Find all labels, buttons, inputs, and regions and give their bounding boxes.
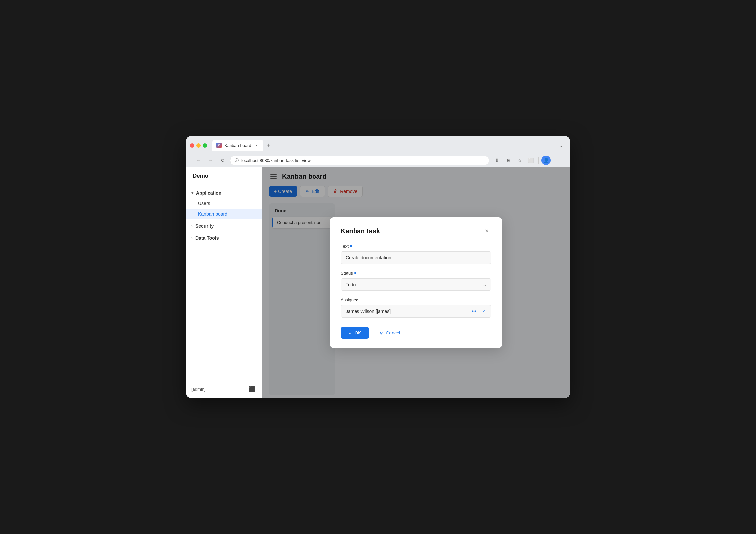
security-section-label: Security	[195, 223, 214, 229]
cancel-circle-icon: ⊘	[380, 330, 384, 335]
text-field-label: Text	[341, 244, 491, 249]
address-bar[interactable]: ⓘ localhost:8080/kanban-task-list-view	[230, 156, 489, 165]
sidebar-item-application[interactable]: ▾ Application	[186, 188, 262, 198]
browser-content: Demo ▾ Application Users Kanban board	[186, 167, 570, 398]
browser-toolbar: ← → ↻ ⓘ localhost:8080/kanban-task-list-…	[190, 154, 566, 167]
modal-title: Kanban task	[341, 227, 380, 235]
browser-chrome: K Kanban board × + ⌄ ← → ↻ ⓘ localhost:8…	[186, 136, 570, 167]
download-icon[interactable]: ⬇	[492, 156, 502, 165]
close-traffic-light[interactable]	[190, 143, 194, 148]
sidebar-footer: [admin] ⬛	[186, 380, 262, 398]
modal-footer: ✓ OK ⊘ Cancel	[341, 327, 491, 339]
sidebar-user-label: [admin]	[191, 387, 206, 392]
cancel-button-label: Cancel	[386, 330, 400, 335]
new-tab-button[interactable]: +	[263, 140, 273, 151]
lock-icon: ⓘ	[235, 158, 239, 163]
application-section-label: Application	[196, 190, 221, 196]
cancel-button[interactable]: ⊘ Cancel	[373, 327, 407, 339]
modal-header: Kanban task ×	[341, 227, 491, 236]
sidebar-item-kanban-board[interactable]: Kanban board	[186, 209, 262, 219]
assignee-field-label: Assignee	[341, 297, 491, 302]
sidebar-item-security[interactable]: › Security	[186, 221, 262, 231]
kanban-task-modal: Kanban task × Text Status	[330, 217, 502, 348]
tab-close-button[interactable]: ×	[254, 143, 259, 148]
toolbar-divider	[538, 157, 539, 164]
main-area: Kanban board + Create ✏ Edit 🗑 Remove Do…	[262, 167, 570, 398]
application-nav-items: Users Kanban board	[186, 198, 262, 219]
logout-button[interactable]: ⬛	[247, 384, 257, 394]
chevron-right-icon: ›	[191, 224, 193, 228]
toolbar-actions: ⬇ ⊕ ☆ ⬜ 👤 ⋮	[492, 156, 562, 165]
nav-section-security: › Security	[186, 221, 262, 231]
ok-check-icon: ✓	[349, 330, 353, 335]
status-required-dot	[354, 272, 356, 274]
tab-dropdown-button[interactable]: ⌄	[557, 141, 566, 149]
status-select[interactable]: Todo In Progress Done	[341, 278, 491, 291]
assignee-field: James Wilson [james] ••• ×	[341, 305, 491, 318]
assignee-actions: ••• ×	[469, 307, 491, 316]
browser-titlebar: K Kanban board × + ⌄	[190, 140, 566, 151]
modal-overlay[interactable]: Kanban task × Text Status	[262, 167, 570, 398]
forward-button[interactable]: →	[206, 156, 215, 165]
browser-window: K Kanban board × + ⌄ ← → ↻ ⓘ localhost:8…	[186, 136, 570, 398]
nav-section-data-tools: › Data Tools	[186, 233, 262, 243]
nav-section-application: ▾ Application Users Kanban board	[186, 188, 262, 219]
ok-button[interactable]: ✓ OK	[341, 327, 369, 339]
zoom-icon[interactable]: ⊕	[503, 156, 513, 165]
traffic-lights	[190, 143, 207, 148]
tab-title: Kanban board	[224, 143, 251, 148]
assignee-form-group: Assignee James Wilson [james] ••• ×	[341, 297, 491, 318]
text-input[interactable]	[341, 251, 491, 264]
assignee-clear-button[interactable]: ×	[479, 307, 488, 316]
kanban-board-tab[interactable]: K Kanban board ×	[212, 140, 263, 151]
extensions-icon[interactable]: ⬜	[526, 156, 536, 165]
sidebar-item-users[interactable]: Users	[186, 198, 262, 209]
ok-button-label: OK	[355, 330, 361, 335]
modal-close-button[interactable]: ×	[482, 227, 491, 236]
star-icon[interactable]: ☆	[515, 156, 525, 165]
assignee-more-button[interactable]: •••	[469, 307, 479, 316]
maximize-traffic-light[interactable]	[203, 143, 207, 148]
chevron-right-icon-2: ›	[191, 236, 193, 240]
minimize-traffic-light[interactable]	[196, 143, 201, 148]
back-button[interactable]: ←	[194, 156, 203, 165]
chevron-down-icon: ▾	[191, 191, 193, 195]
tab-favicon: K	[216, 143, 222, 148]
sidebar-app-name: Demo	[186, 167, 262, 185]
text-form-group: Text	[341, 244, 491, 264]
data-tools-section-label: Data Tools	[195, 235, 219, 241]
profile-button[interactable]: 👤	[541, 156, 551, 165]
text-required-dot	[350, 245, 352, 247]
assignee-value: James Wilson [james]	[341, 305, 469, 317]
status-field-label: Status	[341, 271, 491, 276]
status-form-group: Status Todo In Progress Done ⌄	[341, 271, 491, 291]
sidebar-item-data-tools[interactable]: › Data Tools	[186, 233, 262, 243]
sidebar: Demo ▾ Application Users Kanban board	[186, 167, 262, 398]
status-select-wrapper: Todo In Progress Done ⌄	[341, 278, 491, 291]
url-text: localhost:8080/kanban-task-list-view	[241, 158, 311, 163]
more-button[interactable]: ⋮	[552, 156, 562, 165]
refresh-button[interactable]: ↻	[218, 156, 227, 165]
logout-icon: ⬛	[249, 386, 255, 392]
browser-tabs: K Kanban board × +	[212, 140, 554, 151]
sidebar-nav: ▾ Application Users Kanban board	[186, 185, 262, 380]
